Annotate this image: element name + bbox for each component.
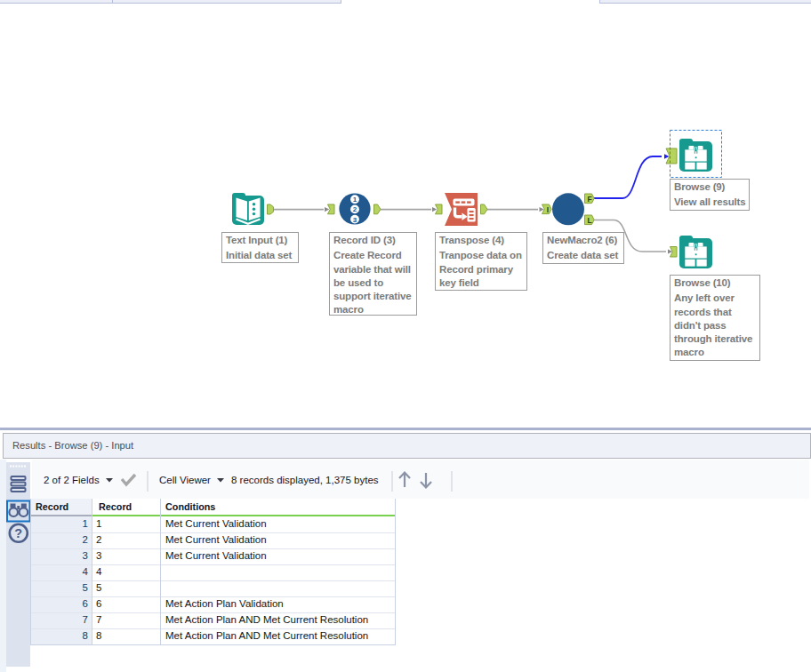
svg-text:?: ? — [14, 526, 22, 540]
svg-text:1: 1 — [353, 196, 357, 204]
svg-text:F: F — [587, 195, 591, 204]
svg-text:2: 2 — [353, 205, 357, 213]
svg-text:3: 3 — [353, 216, 357, 224]
svg-text:L: L — [587, 216, 591, 225]
svg-text:I: I — [547, 205, 549, 214]
